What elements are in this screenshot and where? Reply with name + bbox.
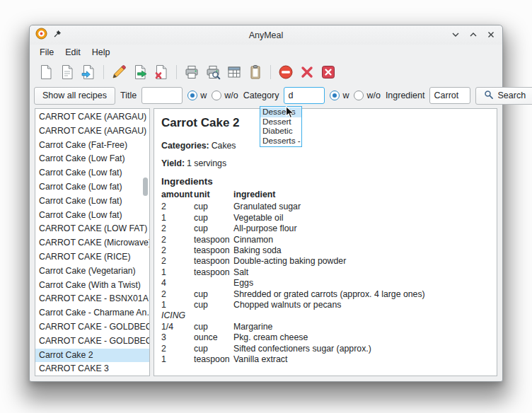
completion-item[interactable]: Desserts (260, 107, 301, 117)
category-with-radio[interactable] (330, 91, 340, 100)
ingredient-amount-cell: 2 (161, 245, 194, 256)
yield-label: Yield: (161, 158, 185, 168)
category-without-radio[interactable] (354, 91, 364, 100)
ingredient-amount-cell: 4 (161, 278, 194, 289)
ingredient-ingredient-cell: Eggs (233, 278, 490, 289)
ingredients-header-row: amountunitingredient (161, 190, 490, 202)
recipe-list-item[interactable]: CARROT CAKE (LOW FAT) (35, 222, 149, 236)
categories-value: Cakes (212, 141, 236, 151)
remove-recipes-icon[interactable] (152, 63, 170, 81)
ingredient-ingredient-cell: Baking soda (233, 245, 490, 256)
ingredient-row: 1cupVegetable oil (161, 213, 490, 223)
recipe-list-item[interactable]: CARROT CAKE (Microwave) (35, 236, 149, 250)
print-icon[interactable] (183, 63, 201, 81)
minimize-button[interactable] (450, 30, 461, 41)
toolbar-separator (270, 65, 271, 79)
category-without-label: w/o (366, 91, 380, 100)
search-button-label: Search (497, 91, 526, 100)
new-database-icon[interactable] (37, 63, 55, 81)
ingredient-row: 2cupShredded or grated carrots (approx. … (161, 289, 490, 300)
recipe-list-item[interactable]: Carrot Cake (With a Twist) (35, 279, 149, 293)
completion-item[interactable]: Dessert (260, 117, 301, 127)
quit-icon[interactable] (319, 63, 337, 81)
clipboard-icon[interactable] (246, 63, 265, 81)
delete-recipe-icon[interactable] (298, 63, 316, 81)
ingredient-ingredient-cell: Vanilla extract (233, 354, 490, 365)
ingredient-row: 1teaspoonSalt (161, 267, 490, 278)
menubar: FileEditHelp (30, 45, 502, 60)
recipe-list-item[interactable]: CARROT CAKE (RICE) (35, 250, 149, 264)
ingredient-amount-cell: 2 (161, 289, 194, 300)
recipe-list-item[interactable]: Carrot Cake (Low fat) (35, 194, 149, 209)
chevron-up-icon (469, 29, 478, 42)
ingredient-row: 2teaspoonCinnamon (161, 235, 490, 245)
ingredient-row: 2cupSifted confectioners sugar (approx.) (161, 344, 490, 354)
yield-value: 1 servings (187, 158, 226, 168)
close-icon (487, 29, 495, 42)
recipe-list-item[interactable]: CARROT CAKE - GOLDBECK (35, 335, 149, 349)
ingredient-row: ICING (161, 310, 490, 321)
title-with-radio[interactable] (187, 91, 197, 100)
recipe-list-item[interactable]: Carrot Cake (Low fat) (35, 209, 149, 223)
titlebar[interactable]: AnyMeal (30, 25, 502, 45)
ingredient-amount-cell: 2 (161, 223, 194, 234)
abort-icon[interactable] (277, 63, 295, 81)
ingredient-ingredient-cell: Sifted confectioners sugar (approx.) (233, 344, 490, 354)
recipe-list-item[interactable]: Carrot Cake (Fat-Free) (35, 139, 149, 153)
close-button[interactable] (485, 30, 497, 41)
ingredients-table: amountunitingredient 2cupGranulated suga… (161, 190, 490, 366)
title-without-label: w/o (224, 91, 238, 100)
ingredient-unit-cell: teaspoon (194, 267, 233, 278)
ingredient-ingredient-cell: Chopped walnuts or pecans (233, 300, 490, 310)
recipe-list-item[interactable]: Carrot Cake (Low fat) (35, 180, 149, 194)
ingredient-unit-cell: cup (194, 213, 233, 223)
recipe-list-item[interactable]: CARROT CAKE - BSNX01A (35, 292, 149, 306)
recipe-list-item[interactable]: Carrot Cake (Vegetarian) (35, 264, 149, 279)
add-recipes-icon[interactable] (131, 63, 149, 81)
search-button[interactable]: Search (475, 87, 532, 105)
menu-file[interactable]: File (34, 46, 59, 59)
edit-recipe-icon[interactable] (110, 63, 128, 81)
category-filter-input[interactable] (284, 87, 325, 104)
anymeal-window: AnyMeal FileEditHelp Show all recipes Ti… (29, 25, 503, 382)
recipe-list-item[interactable]: CARROT CAKE (AARGAU) (35, 110, 149, 124)
recipe-detail: Carrot Cake 2 Categories:Cakes Yield:1 s… (154, 108, 497, 376)
ingredients-column-header: ingredient (233, 190, 490, 202)
pin-icon[interactable] (52, 29, 62, 42)
recipe-list-item[interactable]: Carrot Cake (Low fat) (35, 166, 149, 180)
maximize-button[interactable] (468, 30, 479, 41)
ingredients-column-header: unit (194, 190, 233, 202)
toolbar-separator (176, 65, 177, 79)
completion-item[interactable]: Desserts - (260, 136, 301, 146)
title-with-label: w (200, 91, 207, 100)
completion-item[interactable]: Diabetic (260, 127, 301, 136)
ingredient-row: 4Eggs (161, 278, 490, 289)
toolbar-separator (103, 65, 104, 79)
recipe-list-item[interactable]: Carrot Cake 2 (35, 349, 149, 363)
recipe-categories: Categories:Cakes (161, 141, 490, 151)
ingredient-ingredient-cell: All-purpose flour (233, 223, 490, 234)
ingredient-filter-input[interactable] (429, 87, 470, 104)
import-file-icon[interactable] (79, 63, 98, 81)
ingredient-unit-cell: cup (194, 202, 233, 212)
list-scrollbar-thumb[interactable] (143, 178, 148, 196)
title-filter-input[interactable] (141, 87, 183, 104)
menu-help[interactable]: Help (86, 46, 116, 59)
recipe-list-item[interactable]: CARROT CAKE (AARGAU) (35, 124, 149, 139)
recipe-list-item[interactable]: Carrot Cake (Low Fat) (35, 152, 149, 166)
ingredient-unit-cell: cup (194, 322, 233, 332)
ingredient-unit-cell (194, 278, 233, 289)
search-icon (484, 90, 494, 102)
export-table-icon[interactable] (225, 63, 243, 81)
recipe-list-item[interactable]: Carrot Cake - Charmane An... (35, 306, 149, 320)
show-all-recipes-button[interactable]: Show all recipes (34, 87, 115, 105)
recipe-list-item[interactable]: CARROT CAKE - GOLDBECK (35, 320, 149, 335)
menu-edit[interactable]: Edit (59, 46, 86, 59)
ingredient-unit-cell: teaspoon (194, 256, 233, 267)
recipe-list-item[interactable]: CARROT CAKE 3 (35, 362, 149, 376)
print-preview-icon[interactable] (204, 63, 222, 81)
title-without-radio[interactable] (212, 91, 221, 100)
ingredient-amount-cell: 1 (161, 300, 194, 310)
open-database-icon[interactable] (58, 63, 76, 81)
ingredient-row: 2teaspoonBaking soda (161, 245, 490, 256)
